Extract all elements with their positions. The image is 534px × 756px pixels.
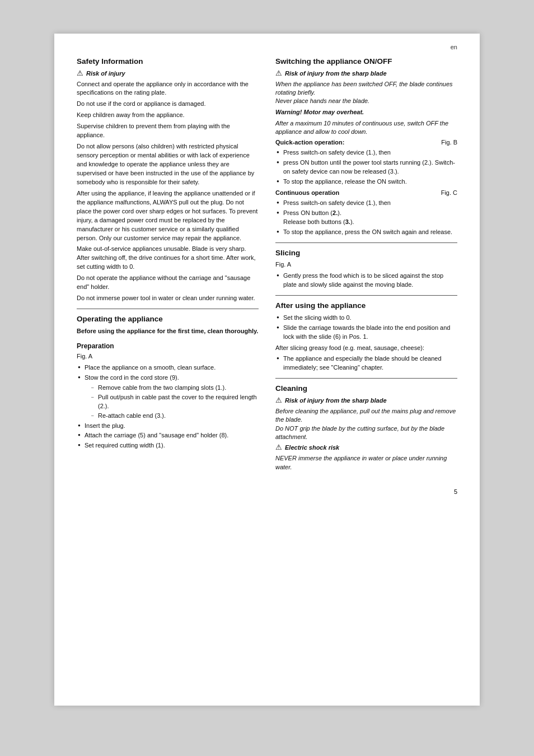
electric-shock-label: Electric shock risk <box>285 444 339 452</box>
divider-slicing <box>275 242 457 243</box>
warning-triangle-icon: ⚠ <box>77 69 83 77</box>
risk-of-injury-warning: ⚠ Risk of injury <box>77 69 259 78</box>
divider-cleaning <box>275 378 457 379</box>
continuous-header: Continuous operation Fig. C <box>275 189 457 198</box>
cleaning-heading: Cleaning <box>275 383 457 394</box>
slicing-heading: Slicing <box>275 248 457 259</box>
quick-action-fig: Fig. B <box>441 138 457 147</box>
continuous-item-3: To stop the appliance, press the ON swit… <box>275 228 457 237</box>
after-using-section: After using the appliance Set the slicin… <box>275 300 457 372</box>
divider-after <box>275 295 457 296</box>
after-using-list: Set the slicing width to 0. Slide the ca… <box>275 314 457 342</box>
risk-sharp-blade-warning: ⚠ Risk of injury from the sharp blade <box>275 69 457 78</box>
after-using-extra: After slicing greasy food (e.g. meat, sa… <box>275 344 457 353</box>
switching-section: Switching the appliance ON/OFF ⚠ Risk of… <box>275 56 457 237</box>
quick-action-label: Quick-action operation: <box>275 138 344 147</box>
after-using-heading: After using the appliance <box>275 300 457 311</box>
warning-motor-label: Warning! Motor may overheat. <box>275 108 457 117</box>
page-number-bottom: 5 <box>77 488 457 495</box>
risk-sharp-blade-label: Risk of injury from the sharp blade <box>285 69 387 78</box>
safety-para-2: Do not use if the cord or appliance is d… <box>77 100 259 109</box>
quick-action-list: Press switch-on safety device (1.), then… <box>275 148 457 186</box>
slicing-list: Gently press the food which is to be sli… <box>275 272 457 290</box>
slicing-fig: Fig. A <box>275 260 457 269</box>
safety-para-5: Do not allow persons (also children) wit… <box>77 142 259 187</box>
operating-section: Operating the appliance Before using the… <box>77 314 259 450</box>
page: en Safety Information ⚠ Risk of injury C… <box>54 34 480 706</box>
safety-para-7: Make out-of-service appliances unusable.… <box>77 245 259 272</box>
safety-para-4: Supervise children to prevent them from … <box>77 122 259 140</box>
cleaning-risk-text: Before cleaning the appliance, pull out … <box>275 407 457 442</box>
prep-item-4: Attach the carriage (5) and "sausage end… <box>77 431 259 440</box>
after-using-extra-list: The appliance and especially the blade s… <box>275 354 457 372</box>
stow-sub-1: Remove cable from the two clamping slots… <box>90 384 259 393</box>
safety-para-9: Do not immerse power tool in water or cl… <box>77 294 259 303</box>
cleaning-section: Cleaning ⚠ Risk of injury from the sharp… <box>275 383 457 472</box>
continuous-label: Continuous operation <box>275 189 339 198</box>
safety-para-8: Do not operate the appliance without the… <box>77 274 259 292</box>
stow-sub-2: Pull out/push in cable past the cover to… <box>90 393 259 411</box>
safety-para-3: Keep children away from the appliance. <box>77 111 259 120</box>
slicing-item-1: Gently press the food which is to be sli… <box>275 272 457 290</box>
switching-heading: Switching the appliance ON/OFF <box>275 56 457 67</box>
after-using-item-2: Slide the carriage towards the blade int… <box>275 324 457 342</box>
continuous-item-2: Press ON button (2.).Release both button… <box>275 209 457 227</box>
warning-triangle-icon-2: ⚠ <box>275 69 282 77</box>
safety-heading: Safety Information <box>77 56 259 67</box>
after-using-extra-item: The appliance and especially the blade s… <box>275 354 457 372</box>
divider-operating <box>77 309 259 309</box>
quick-action-item-1: Press switch-on safety device (1.), then <box>275 148 457 157</box>
electric-shock-warning: ⚠ Electric shock risk <box>275 444 457 452</box>
right-column: Switching the appliance ON/OFF ⚠ Risk of… <box>275 56 457 477</box>
cleaning-risk-warning: ⚠ Risk of injury from the sharp blade <box>275 396 457 405</box>
safety-para-1: Connect and operate the appliance only i… <box>77 80 259 98</box>
stow-sub-3: Re-attach cable end (3.). <box>90 412 259 421</box>
first-use-text: Before using the appliance for the first… <box>77 327 259 336</box>
warning-triangle-icon-3: ⚠ <box>275 396 282 404</box>
risk-of-injury-label: Risk of injury <box>86 69 125 78</box>
safety-information-section: Safety Information ⚠ Risk of injury Conn… <box>77 56 259 303</box>
preparation-list: Place the appliance on a smooth, clean s… <box>77 363 259 450</box>
quick-action-item-2: press ON button until the power tool sta… <box>275 158 457 176</box>
fig-a-label: Fig. A <box>77 352 259 361</box>
electric-shock-text: NEVER immerse the appliance in water or … <box>275 454 457 472</box>
continuous-list: Press switch-on safety device (1.), then… <box>275 199 457 237</box>
cleaning-risk-label: Risk of injury from the sharp blade <box>285 396 387 405</box>
prep-item-2: Stow the cord in the cord store (9). Rem… <box>77 374 259 421</box>
after-using-item-1: Set the slicing width to 0. <box>275 314 457 323</box>
preparation-heading: Preparation <box>77 342 259 351</box>
left-column: Safety Information ⚠ Risk of injury Conn… <box>77 56 259 477</box>
prep-item-5: Set required cutting width (1). <box>77 441 259 450</box>
language-indicator: en <box>451 44 457 50</box>
stow-sub-list: Remove cable from the two clamping slots… <box>90 384 259 421</box>
warning-motor-text: After a maximum 10 minutes of continuous… <box>275 119 457 137</box>
warning-triangle-icon-4: ⚠ <box>275 444 282 451</box>
continuous-fig: Fig. C <box>441 189 457 198</box>
operating-heading: Operating the appliance <box>77 314 259 325</box>
continuous-item-1: Press switch-on safety device (1.), then <box>275 199 457 208</box>
prep-item-1: Place the appliance on a smooth, clean s… <box>77 363 259 372</box>
slicing-section: Slicing Fig. A Gently press the food whi… <box>275 248 457 290</box>
quick-action-item-3: To stop the appliance, release the ON sw… <box>275 178 457 186</box>
prep-item-3: Insert the plug. <box>77 422 259 431</box>
risk-sharp-blade-text: When the appliance has been switched OFF… <box>275 80 457 106</box>
quick-action-header: Quick-action operation: Fig. B <box>275 138 457 147</box>
safety-para-6: After using the appliance, if leaving th… <box>77 189 259 243</box>
